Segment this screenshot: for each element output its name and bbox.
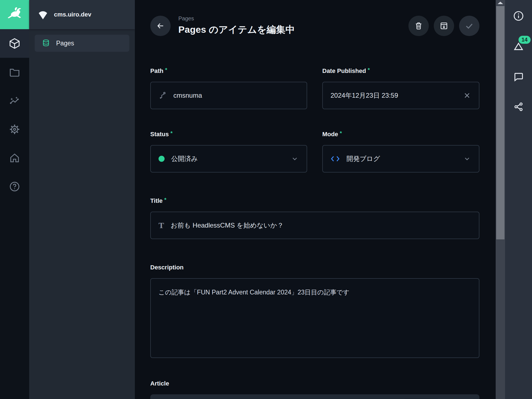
item-edit-page: Pages Pages のアイテムを編集中 [135, 0, 496, 399]
clear-date-button[interactable] [463, 91, 471, 100]
module-help[interactable] [0, 172, 29, 201]
code-button[interactable] [263, 397, 277, 399]
notification-badge: 14 [519, 36, 531, 44]
scrollbar-thumb[interactable] [496, 6, 504, 239]
title-icon: T [159, 221, 164, 230]
strikethrough-button[interactable] [201, 397, 215, 399]
back-button[interactable] [150, 16, 171, 36]
module-settings[interactable] [0, 115, 29, 144]
module-content[interactable] [0, 29, 29, 58]
title-block: Pages Pages のアイテムを編集中 [178, 15, 295, 36]
mode-value: 開発ブログ [347, 154, 380, 163]
module-home[interactable] [0, 144, 29, 172]
article-toolbar: тT B I [150, 394, 479, 399]
bold-button[interactable]: B [170, 397, 184, 399]
required-marker: * [170, 130, 173, 136]
home-icon [9, 152, 20, 164]
info-icon [513, 10, 524, 22]
description-textarea[interactable]: この記事は「FUN Part2 Advent Calendar 2024」23日… [150, 278, 479, 358]
code-icon [331, 155, 340, 163]
comments-button[interactable] [512, 70, 525, 83]
revisions-button[interactable]: 14 [512, 40, 525, 52]
link-button[interactable] [278, 397, 292, 399]
field-description: Description この記事は「FUN Part2 Advent Calen… [150, 264, 479, 358]
header-actions [408, 16, 479, 36]
comment-icon [513, 71, 524, 82]
status-dropdown-toggle[interactable] [291, 155, 299, 163]
breadcrumb[interactable]: Pages [178, 15, 295, 22]
numbered-list-button[interactable] [232, 397, 246, 399]
archive-icon [440, 21, 448, 30]
share-icon [513, 101, 524, 112]
required-marker: * [165, 67, 167, 73]
status-value: 公開済み [171, 154, 198, 163]
info-button[interactable] [512, 10, 525, 22]
arrow-left-icon [156, 21, 165, 31]
required-marker: * [368, 67, 370, 73]
table-button[interactable] [293, 397, 308, 399]
title-input[interactable]: T お前も HeadlessCMS を始めないか？ [150, 212, 479, 239]
field-label-mode: Mode* [322, 130, 479, 138]
status-dot [159, 156, 165, 162]
chevron-down-icon [291, 155, 299, 163]
field-label-title: Title* [150, 197, 479, 204]
project-switcher[interactable]: cms.uiro.dev [29, 0, 135, 29]
image-button[interactable] [309, 397, 323, 399]
field-article: Article тT B I [150, 380, 479, 399]
page-title: Pages のアイテムを編集中 [178, 23, 295, 36]
path-value: cmsnuma [173, 92, 202, 99]
help-icon [9, 181, 20, 192]
close-icon [463, 91, 471, 100]
module-bar [0, 0, 29, 399]
field-mode: Mode* 開発ブログ [322, 130, 479, 173]
trash-icon [414, 21, 423, 30]
share-button[interactable] [512, 101, 525, 113]
module-files[interactable] [0, 58, 29, 86]
module-insights[interactable] [0, 86, 29, 115]
check-icon [464, 21, 474, 31]
sidebar-item-pages[interactable]: Pages [35, 35, 129, 52]
status-select[interactable]: 公開済み [150, 145, 307, 173]
insights-icon [9, 95, 20, 106]
scrollbar[interactable] [496, 0, 505, 399]
description-value: この記事は「FUN Part2 Advent Calendar 2024」23日… [159, 288, 349, 297]
field-label-path: Path* [150, 67, 307, 75]
project-sidebar: cms.uiro.dev Pages [29, 0, 135, 399]
italic-button[interactable]: I [185, 397, 200, 399]
app-window: cms.uiro.dev Pages Pages Pages のアイテムを編集中 [0, 0, 532, 399]
route-icon [159, 91, 167, 100]
field-label-description: Description [150, 264, 479, 271]
delete-button[interactable] [408, 16, 429, 36]
field-label-article: Article [150, 380, 479, 387]
sidebar-item-label: Pages [56, 40, 74, 47]
mode-dropdown-toggle[interactable] [463, 155, 471, 163]
database-icon [42, 39, 50, 48]
archive-button[interactable] [434, 16, 454, 36]
project-name: cms.uiro.dev [54, 11, 91, 18]
quote-button[interactable] [247, 397, 261, 399]
field-status: Status* 公開済み [150, 130, 307, 173]
save-button[interactable] [459, 16, 479, 36]
chevron-down-icon [463, 155, 471, 163]
required-marker: * [340, 130, 342, 136]
scrollbar-up-arrow[interactable] [498, 2, 503, 4]
field-path: Path* cmsnuma [150, 67, 307, 109]
required-marker: * [164, 197, 167, 203]
item-form: Path* cmsnuma Date Published* 2024年12月23… [150, 67, 479, 399]
path-input[interactable]: cmsnuma [150, 82, 307, 109]
field-label-date: Date Published* [322, 67, 479, 75]
rabbit-icon [6, 6, 23, 23]
mode-select[interactable]: 開発ブログ [322, 145, 479, 173]
folder-icon [9, 66, 20, 78]
bullet-list-button[interactable] [216, 397, 231, 399]
project-gem-icon [37, 10, 48, 20]
date-value: 2024年12月23日 23:59 [331, 91, 398, 100]
title-value: お前も HeadlessCMS を始めないか？ [171, 221, 284, 230]
field-label-status: Status* [150, 130, 307, 138]
format-size-button[interactable]: тT [155, 397, 169, 399]
date-published-input[interactable]: 2024年12月23日 23:59 [322, 82, 479, 109]
page-header: Pages Pages のアイテムを編集中 [150, 15, 479, 36]
cube-icon [9, 37, 21, 50]
field-title: Title* T お前も HeadlessCMS を始めないか？ [150, 197, 479, 239]
directus-logo[interactable] [0, 0, 29, 29]
